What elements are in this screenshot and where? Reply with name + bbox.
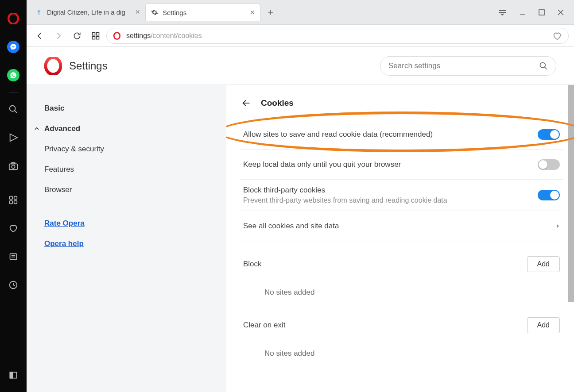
close-tab-icon[interactable]: × bbox=[135, 8, 140, 17]
address-text-suffix: /content/cookies bbox=[151, 32, 202, 40]
nav-help-link[interactable]: Opera help bbox=[44, 239, 84, 248]
reload-button[interactable] bbox=[69, 28, 85, 44]
camera-sidebar-icon[interactable] bbox=[5, 158, 21, 174]
search-icon bbox=[539, 61, 548, 70]
address-text-prefix: settings bbox=[126, 32, 151, 40]
new-tab-button[interactable]: + bbox=[264, 6, 277, 19]
setting-sublabel: Prevent third-party websites from saving… bbox=[243, 196, 447, 204]
opera-menu-icon[interactable] bbox=[5, 11, 21, 27]
svg-rect-24 bbox=[97, 32, 99, 35]
toggle-allow-cookies[interactable] bbox=[538, 129, 560, 140]
toolbar: settings/content/cookies bbox=[27, 25, 574, 47]
tab-active[interactable]: Settings × bbox=[145, 4, 260, 21]
speeddial-icon[interactable] bbox=[88, 28, 104, 44]
block-empty: No sites added bbox=[240, 279, 563, 310]
scrollbar[interactable] bbox=[568, 85, 574, 302]
add-block-button[interactable]: Add bbox=[527, 256, 560, 272]
svg-line-2 bbox=[15, 111, 17, 113]
tab-label: Digital Citizen, Life in a dig bbox=[47, 8, 125, 16]
settings-header: Settings Search settings bbox=[27, 47, 574, 85]
nav-advanced[interactable]: Advanced bbox=[44, 119, 226, 139]
toggle-keep-local[interactable] bbox=[538, 159, 560, 170]
setting-see-all-cookies[interactable]: See all cookies and site data bbox=[240, 211, 563, 241]
svg-rect-9 bbox=[10, 201, 13, 204]
settings-content: Cookies Allow sites to save and read coo… bbox=[226, 85, 574, 392]
opera-badge-icon bbox=[113, 32, 121, 40]
nav-rate-link[interactable]: Rate Opera bbox=[44, 219, 85, 227]
clear-empty: No sites added bbox=[240, 340, 563, 371]
settings-nav: Basic Advanced Privacy & security Featur… bbox=[27, 85, 226, 392]
messenger-icon[interactable] bbox=[5, 39, 21, 55]
setting-label: See all cookies and site data bbox=[243, 222, 339, 231]
sidebar-divider bbox=[9, 92, 18, 92]
add-clear-button[interactable]: Add bbox=[527, 317, 560, 333]
tab-label: Settings bbox=[163, 9, 186, 16]
tab-menu-icon[interactable] bbox=[498, 9, 507, 15]
svg-point-0 bbox=[8, 13, 18, 24]
address-bar[interactable]: settings/content/cookies bbox=[106, 28, 569, 44]
svg-rect-16 bbox=[10, 372, 13, 378]
search-settings-input[interactable]: Search settings bbox=[380, 56, 556, 76]
toggle-block-thirdparty[interactable] bbox=[538, 190, 560, 200]
back-arrow-icon[interactable] bbox=[241, 98, 251, 108]
svg-point-1 bbox=[10, 106, 16, 111]
close-window-icon[interactable] bbox=[557, 9, 564, 16]
grid-sidebar-icon[interactable] bbox=[5, 192, 21, 208]
history-sidebar-icon[interactable] bbox=[5, 277, 21, 293]
back-button[interactable] bbox=[32, 28, 48, 44]
block-heading: Block bbox=[243, 260, 262, 269]
close-tab-icon[interactable]: × bbox=[250, 8, 255, 17]
svg-rect-6 bbox=[12, 163, 15, 164]
maximize-icon[interactable] bbox=[539, 9, 545, 15]
section-title: Cookies bbox=[261, 98, 294, 108]
forward-button[interactable] bbox=[50, 28, 66, 44]
search-sidebar-icon[interactable] bbox=[5, 101, 21, 117]
main-area: † Digital Citizen, Life in a dig × Setti… bbox=[27, 0, 574, 392]
caret-up-icon bbox=[34, 126, 40, 132]
setting-label: Block third-party cookies bbox=[243, 186, 447, 195]
play-sidebar-icon[interactable] bbox=[5, 130, 21, 146]
clear-section-header: Clear on exit Add bbox=[240, 310, 563, 340]
nav-browser[interactable]: Browser bbox=[44, 180, 226, 200]
minimize-icon[interactable] bbox=[519, 9, 526, 16]
svg-point-5 bbox=[12, 165, 15, 168]
nav-features[interactable]: Features bbox=[44, 159, 226, 180]
bookmark-heart-icon[interactable] bbox=[552, 31, 562, 41]
news-sidebar-icon[interactable] bbox=[5, 249, 21, 265]
heart-sidebar-icon[interactable] bbox=[5, 220, 21, 236]
svg-rect-10 bbox=[14, 201, 17, 204]
search-placeholder: Search settings bbox=[388, 61, 440, 70]
window-controls bbox=[498, 9, 570, 16]
chevron-right-icon bbox=[555, 223, 560, 229]
setting-label: Allow sites to save and read cookie data… bbox=[243, 130, 433, 139]
nav-privacy[interactable]: Privacy & security bbox=[44, 139, 226, 159]
panel-sidebar-icon[interactable] bbox=[5, 367, 21, 383]
svg-rect-8 bbox=[14, 196, 17, 200]
app-sidebar bbox=[0, 0, 27, 392]
svg-line-30 bbox=[545, 67, 547, 69]
settings-body: Basic Advanced Privacy & security Featur… bbox=[27, 85, 574, 392]
sidebar-divider bbox=[9, 183, 18, 183]
setting-block-thirdparty: Block third-party cookies Prevent third-… bbox=[240, 180, 563, 211]
svg-rect-26 bbox=[97, 36, 99, 39]
setting-allow-cookies: Allow sites to save and read cookie data… bbox=[240, 119, 563, 150]
nav-advanced-label: Advanced bbox=[44, 124, 80, 133]
tabstrip: † Digital Citizen, Life in a dig × Setti… bbox=[27, 0, 574, 25]
svg-point-28 bbox=[46, 58, 61, 74]
svg-marker-3 bbox=[10, 134, 17, 142]
opera-logo-icon bbox=[44, 57, 62, 75]
setting-label: Keep local data only until you quit your… bbox=[243, 160, 401, 169]
tab-favicon-icon: † bbox=[35, 9, 43, 16]
block-section-header: Block Add bbox=[240, 249, 563, 279]
nav-basic[interactable]: Basic bbox=[44, 98, 226, 119]
tab-inactive[interactable]: † Digital Citizen, Life in a dig × bbox=[30, 4, 145, 21]
svg-rect-7 bbox=[10, 196, 13, 200]
svg-point-27 bbox=[114, 32, 120, 39]
svg-rect-20 bbox=[539, 10, 544, 15]
clear-heading: Clear on exit bbox=[243, 321, 285, 330]
gear-icon bbox=[151, 9, 158, 16]
svg-rect-25 bbox=[93, 36, 95, 39]
setting-keep-local: Keep local data only until you quit your… bbox=[240, 150, 563, 180]
whatsapp-icon[interactable] bbox=[5, 67, 21, 83]
svg-rect-23 bbox=[93, 32, 95, 35]
